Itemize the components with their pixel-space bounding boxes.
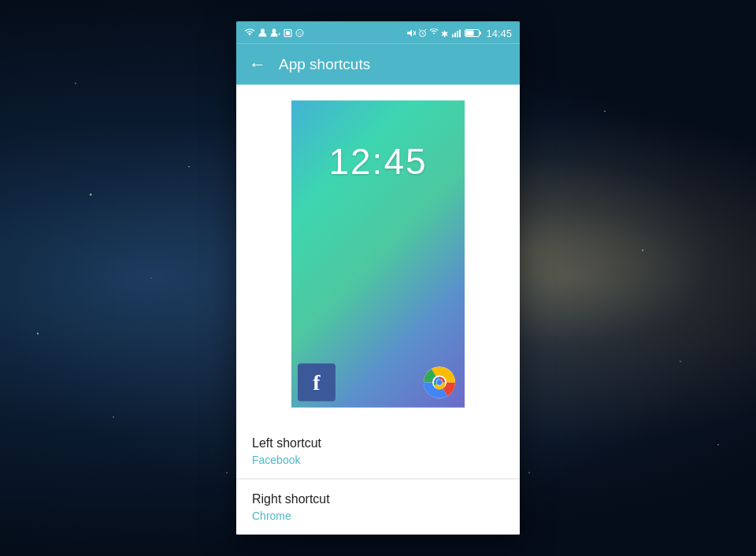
- svg-rect-21: [466, 30, 474, 35]
- chrome-shortcut-icon[interactable]: [421, 364, 458, 402]
- svg-rect-20: [480, 32, 481, 35]
- svg-rect-16: [454, 32, 456, 37]
- page-title: App shortcuts: [279, 56, 370, 73]
- status-bar-right: ✱ 14:45: [406, 27, 512, 39]
- person-add-icon: +: [270, 28, 280, 38]
- svg-text:✱: ✱: [441, 28, 448, 37]
- left-shortcut-value: Facebook: [252, 454, 504, 466]
- svg-rect-4: [286, 31, 290, 35]
- status-bar: + ©: [236, 22, 520, 44]
- svg-line-12: [419, 29, 421, 31]
- right-shortcut-title: Right shortcut: [252, 492, 504, 506]
- svg-text:+: +: [277, 31, 280, 38]
- wifi-icon: [244, 28, 255, 37]
- status-bar-left: + ©: [244, 28, 304, 38]
- signal-asterisk-icon: ✱: [441, 28, 449, 37]
- svg-rect-18: [459, 29, 461, 37]
- back-button[interactable]: ←: [249, 54, 266, 75]
- shortcut-icons-row: f: [291, 358, 465, 408]
- signal-bars-icon: [451, 28, 462, 37]
- svg-point-1: [272, 29, 276, 33]
- svg-line-13: [425, 29, 427, 31]
- status-time: 14:45: [486, 27, 512, 39]
- svg-point-0: [261, 29, 265, 33]
- facebook-shortcut-icon[interactable]: f: [298, 364, 335, 402]
- left-shortcut-title: Left shortcut: [252, 436, 504, 450]
- svg-rect-15: [452, 34, 454, 37]
- top-bar: ← App shortcuts: [236, 44, 520, 85]
- right-shortcut-value: Chrome: [252, 510, 504, 522]
- svg-point-26: [437, 380, 443, 385]
- copyright-icon: ©: [295, 28, 304, 37]
- facebook-f-letter: f: [313, 370, 320, 395]
- alarm-icon: [418, 28, 427, 37]
- screenshot-icon: [284, 28, 292, 37]
- settings-list: Left shortcut Facebook Right shortcut Ch…: [236, 424, 520, 535]
- phone-container: + ©: [236, 22, 520, 535]
- chrome-logo: [421, 364, 458, 402]
- lock-screen-time: 12:45: [328, 140, 427, 183]
- right-shortcut-item[interactable]: Right shortcut Chrome: [236, 480, 520, 535]
- battery-icon: [465, 28, 482, 37]
- mute-icon: [406, 28, 416, 37]
- left-shortcut-item[interactable]: Left shortcut Facebook: [236, 424, 520, 480]
- lock-screen-preview: 12:45 f: [291, 101, 465, 408]
- wifi-status-icon: [429, 29, 439, 37]
- svg-rect-17: [457, 31, 458, 37]
- person-icon: [258, 28, 267, 38]
- svg-text:©: ©: [298, 32, 302, 36]
